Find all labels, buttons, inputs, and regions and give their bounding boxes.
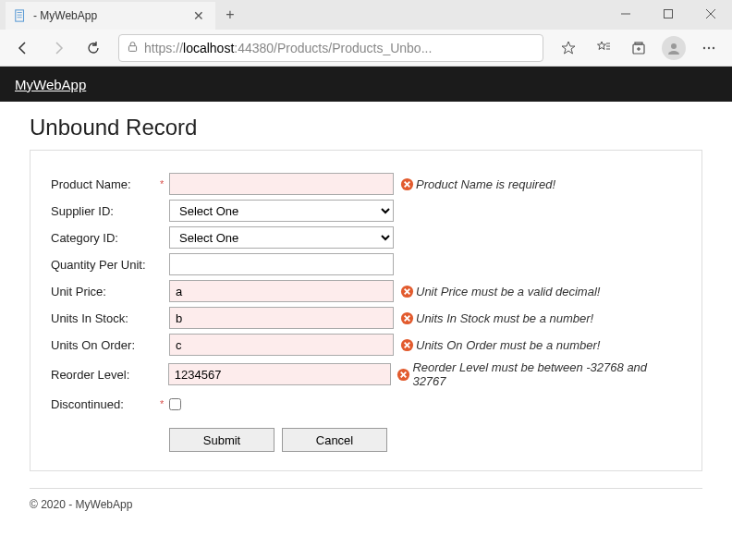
footer-separator (30, 488, 702, 489)
input-units-on-order[interactable] (169, 334, 394, 356)
tab-title: - MyWebApp (33, 9, 191, 22)
error-reorder-level: Reorder Level must be between -32768 and… (396, 360, 681, 388)
svg-point-17 (703, 46, 705, 48)
browser-navbar: https://localhost:44380/Products/Product… (0, 30, 732, 67)
error-icon (396, 367, 411, 382)
row-supplier-id: Supplier ID: Select One (51, 200, 681, 222)
collections-button[interactable] (623, 33, 654, 63)
footer-text: © 2020 - MyWebApp (30, 498, 702, 511)
input-units-in-stock[interactable] (169, 307, 394, 329)
row-units-in-stock: Units In Stock: Units In Stock must be a… (51, 307, 681, 329)
close-window-button[interactable] (689, 0, 732, 28)
page-title: Unbound Record (30, 115, 702, 140)
input-reorder-level[interactable] (168, 363, 391, 385)
browser-titlebar: - MyWebApp ✕ + (0, 0, 732, 30)
error-units-on-order: Units On Order must be a number! (399, 337, 600, 352)
error-icon (399, 177, 414, 191)
label-qty-per-unit: Quantity Per Unit: (51, 258, 160, 272)
label-units-in-stock: Units In Stock: (51, 311, 160, 325)
svg-point-18 (708, 46, 710, 48)
label-units-on-order: Units On Order: (51, 338, 160, 352)
error-icon (399, 337, 414, 352)
app-header: MyWebApp (0, 67, 732, 102)
row-category-id: Category ID: Select One (51, 226, 681, 249)
form-box: Product Name: * Product Name is required… (30, 150, 702, 471)
profile-button[interactable] (658, 33, 689, 63)
page-content: Unbound Record Product Name: * Product N… (0, 102, 732, 530)
url-text: https://localhost:44380/Products/Product… (144, 41, 535, 55)
row-unit-price: Unit Price: Unit Price must be a valid d… (51, 280, 681, 302)
window-controls (604, 0, 732, 28)
svg-rect-13 (635, 43, 642, 44)
row-product-name: Product Name: * Product Name is required… (51, 173, 681, 195)
row-reorder-level: Reorder Level: Reorder Level must be bet… (51, 360, 681, 388)
new-tab-button[interactable]: + (215, 1, 245, 29)
lock-icon (127, 41, 139, 55)
error-product-name: Product Name is required! (399, 177, 555, 191)
svg-rect-0 (16, 10, 24, 21)
page-icon (13, 8, 28, 23)
input-qty-per-unit[interactable] (169, 253, 394, 275)
checkbox-discontinued[interactable] (169, 398, 181, 410)
input-product-name[interactable] (169, 173, 394, 195)
brand-link[interactable]: MyWebApp (15, 77, 86, 92)
forward-button[interactable] (43, 33, 74, 63)
row-units-on-order: Units On Order: Units On Order must be a… (51, 334, 681, 356)
row-discontinued: Discontinued: * (51, 393, 681, 415)
close-tab-icon[interactable]: ✕ (191, 8, 206, 23)
required-mark: * (160, 178, 169, 189)
button-row: Submit Cancel (169, 428, 681, 452)
page-viewport: MyWebApp Unbound Record Product Name: * … (0, 67, 732, 560)
required-mark: * (160, 398, 169, 409)
row-qty-per-unit: Quantity Per Unit: (51, 253, 681, 275)
submit-button[interactable]: Submit (169, 428, 274, 452)
error-icon (399, 284, 414, 298)
select-category-id[interactable]: Select One (169, 226, 394, 249)
more-button[interactable] (693, 33, 725, 63)
label-product-name: Product Name: (51, 177, 160, 191)
browser-tab[interactable]: - MyWebApp ✕ (6, 2, 215, 30)
label-category-id: Category ID: (51, 231, 160, 245)
favorite-button[interactable] (553, 33, 584, 63)
label-unit-price: Unit Price: (51, 285, 160, 298)
label-reorder-level: Reorder Level: (51, 368, 159, 382)
label-discontinued: Discontinued: (51, 397, 160, 411)
error-units-in-stock: Units In Stock must be a number! (399, 310, 593, 325)
refresh-button[interactable] (78, 33, 109, 63)
label-supplier-id: Supplier ID: (51, 204, 160, 218)
svg-rect-5 (665, 10, 673, 18)
address-bar[interactable]: https://localhost:44380/Products/Product… (118, 34, 543, 62)
cancel-button[interactable]: Cancel (282, 428, 387, 452)
avatar-icon (662, 36, 686, 60)
error-icon (399, 310, 414, 325)
input-unit-price[interactable] (169, 280, 394, 302)
minimize-button[interactable] (604, 0, 647, 28)
svg-point-16 (671, 43, 677, 49)
error-unit-price: Unit Price must be a valid decimal! (399, 284, 600, 298)
svg-point-19 (713, 46, 714, 48)
svg-rect-8 (128, 45, 136, 51)
back-button[interactable] (7, 33, 39, 63)
select-supplier-id[interactable]: Select One (169, 200, 394, 222)
favorites-list-button[interactable] (588, 33, 619, 63)
maximize-button[interactable] (647, 0, 689, 28)
